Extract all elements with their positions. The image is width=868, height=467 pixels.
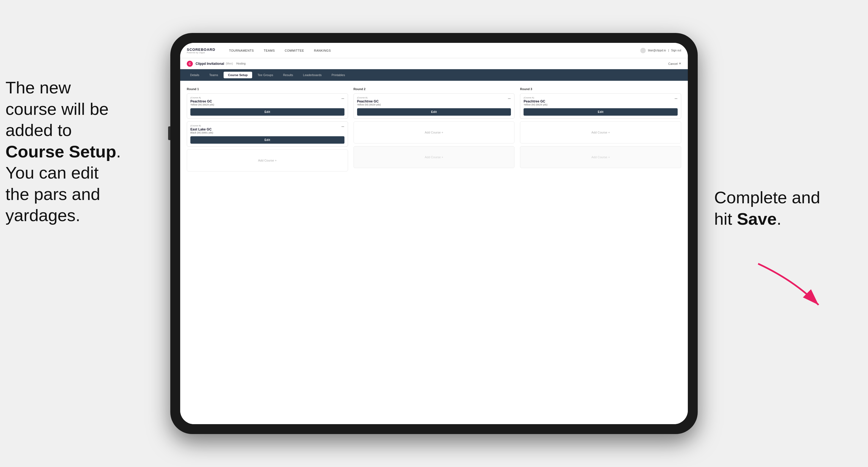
brand-title: SCOREBOARD <box>187 48 215 52</box>
nav-tournaments[interactable]: TOURNAMENTS <box>228 48 254 53</box>
right-arrow <box>753 258 835 313</box>
round-3-label: Round 3 <box>520 87 681 91</box>
user-email: blair@clippd.io <box>648 49 666 52</box>
round1-course-a-card: (Course A) Peachtree GC Yellow (M) (6629… <box>187 93 348 119</box>
round2-course-a-tee: Yellow (M) (6629 yds) <box>357 103 511 106</box>
round1-course-a-badge: (Course A) <box>190 96 344 99</box>
nav-rankings[interactable]: RANKINGS <box>313 48 331 53</box>
tournament-status: Hosting <box>236 62 246 65</box>
round1-course-b-tee: Black (M) (6891 yds) <box>190 131 344 134</box>
nav-teams[interactable]: TEAMS <box>263 48 275 53</box>
main-content: Round 1 (Course A) Peachtree GC Yellow (… <box>180 81 688 424</box>
round1-course-b-name: East Lake GC <box>190 127 344 131</box>
rounds-grid: Round 1 (Course A) Peachtree GC Yellow (… <box>187 87 681 417</box>
tab-course-setup[interactable]: Course Setup <box>224 72 252 78</box>
tablet-screen: SCOREBOARD Powered by clippd TOURNAMENTS… <box>180 43 688 424</box>
sign-out-link[interactable]: Sign out <box>671 49 681 52</box>
round1-course-a-edit-button[interactable]: Edit <box>190 108 344 116</box>
round2-add-course-button-2: Add Course + <box>353 146 515 168</box>
round3-course-a-tee: Yellow (M) (6629 yds) <box>524 103 678 106</box>
tab-printables[interactable]: Printables <box>327 72 349 78</box>
round2-course-a-name: Peachtree GC <box>357 99 511 103</box>
svg-rect-2 <box>341 98 344 99</box>
tournament-logo: C <box>187 61 193 67</box>
tab-tee-groups[interactable]: Tee Groups <box>253 72 278 78</box>
svg-rect-3 <box>341 126 344 127</box>
avatar <box>640 48 646 53</box>
round1-course-a-name: Peachtree GC <box>190 99 344 103</box>
round1-course-b-delete-icon[interactable] <box>341 124 345 129</box>
round1-course-a-tee: Yellow (M) (6629 yds) <box>190 103 344 106</box>
cancel-button[interactable]: Cancel ✕ <box>668 62 681 65</box>
round-1-label: Round 1 <box>187 87 348 91</box>
svg-rect-4 <box>508 98 510 99</box>
round-2-label: Round 2 <box>353 87 515 91</box>
top-nav: SCOREBOARD Powered by clippd TOURNAMENTS… <box>180 43 688 58</box>
svg-rect-5 <box>675 98 677 99</box>
round-3-col: Round 3 (Course A) Peachtree GC Yellow (… <box>520 87 681 417</box>
tournament-bar: C Clippd Invitational (Men) Hosting Canc… <box>180 58 688 69</box>
round3-add-course-button-2: Add Course + <box>520 146 681 168</box>
tab-results[interactable]: Results <box>279 72 298 78</box>
round1-course-b-edit-button[interactable]: Edit <box>190 136 344 144</box>
side-button <box>168 126 170 140</box>
round3-course-a-badge: (Course A) <box>524 96 678 99</box>
round3-course-a-card: (Course A) Peachtree GC Yellow (M) (6629… <box>520 93 681 119</box>
nav-committee[interactable]: COMMITTEE <box>284 48 305 53</box>
round1-add-course-button[interactable]: Add Course + <box>187 150 348 172</box>
round-2-col: Round 2 (Course A) Peachtree GC Yellow (… <box>353 87 515 417</box>
tab-teams[interactable]: Teams <box>205 72 222 78</box>
brand-subtitle: Powered by clippd <box>187 52 215 54</box>
right-annotation: Complete and hit Save. <box>714 187 851 229</box>
tab-leaderboards[interactable]: Leaderboards <box>299 72 326 78</box>
separator: | <box>668 49 669 52</box>
round1-course-b-card: (Course B) East Lake GC Black (M) (6891 … <box>187 121 348 147</box>
round2-course-a-delete-icon[interactable] <box>507 96 512 101</box>
round1-course-a-delete-icon[interactable] <box>341 96 345 101</box>
round-1-col: Round 1 (Course A) Peachtree GC Yellow (… <box>187 87 348 417</box>
left-annotation: The new course will be added to Course S… <box>5 77 165 226</box>
round1-course-b-badge: (Course B) <box>190 124 344 127</box>
brand: SCOREBOARD Powered by clippd <box>187 48 215 54</box>
round3-course-a-edit-button[interactable]: Edit <box>524 108 678 116</box>
round3-add-course-button[interactable]: Add Course + <box>520 121 681 144</box>
round2-add-course-button[interactable]: Add Course + <box>353 121 515 144</box>
round2-course-a-edit-button[interactable]: Edit <box>357 108 511 116</box>
nav-right: blair@clippd.io | Sign out <box>640 48 681 53</box>
tablet-shell: SCOREBOARD Powered by clippd TOURNAMENTS… <box>170 33 698 434</box>
round3-course-a-delete-icon[interactable] <box>674 96 678 101</box>
round2-course-a-card: (Course A) Peachtree GC Yellow (M) (6629… <box>353 93 515 119</box>
tab-bar: Details Teams Course Setup Tee Groups Re… <box>180 69 688 81</box>
tab-details[interactable]: Details <box>186 72 204 78</box>
tournament-name: Clippd Invitational <box>195 62 224 66</box>
tournament-gender: (Men) <box>226 62 233 65</box>
round3-course-a-name: Peachtree GC <box>524 99 678 103</box>
round2-course-a-badge: (Course A) <box>357 96 511 99</box>
